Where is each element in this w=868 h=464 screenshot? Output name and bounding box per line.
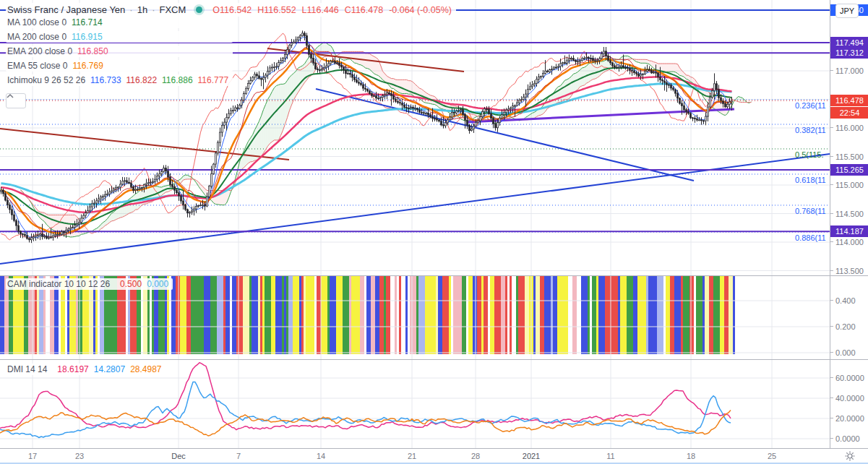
indicator-value: 14.2807 [94, 364, 125, 374]
legend-collapse-button[interactable] [6, 93, 26, 108]
indicator-label: EMA 200 close 0 [7, 46, 72, 56]
price-axis-label: 115.000 [830, 181, 868, 189]
indicator-label: Ichimoku 9 26 52 26 [7, 75, 85, 85]
indicator-value: 116.850 [77, 46, 108, 56]
dmi-label: DMI 14 14 [7, 364, 47, 374]
indicator-value: 116.733 [90, 75, 121, 85]
title-separator: · [129, 4, 132, 15]
time-axis-label: 14 [317, 452, 325, 460]
symbol-title-row[interactable]: Swiss Franc / Japanese Yen · 1h · FXCM O… [6, 3, 456, 17]
time-axis-label: 7 [236, 452, 241, 460]
price-axis[interactable]: 117.000116.000115.500115.000114.500114.0… [830, 0, 868, 448]
symbol-title: Swiss Franc / Japanese Yen [7, 4, 125, 15]
indicator-label: MA 200 close 0 [7, 32, 66, 42]
time-axis[interactable]: 1723Dec71421282021111825 [0, 448, 868, 464]
chevron-up-icon [7, 94, 14, 98]
time-axis-label: 23 [75, 452, 84, 460]
ohlc-part: H116.552 [257, 5, 296, 15]
exchange-label: FXCM [159, 4, 186, 15]
indicator-legend-rows: MA 100 close 0116.714MA 200 close 0116.9… [6, 17, 233, 89]
dmi-axis-label: 0.0000 [830, 434, 868, 443]
time-axis-label: 17 [28, 452, 37, 460]
dmi-axis-label: 40.0000 [830, 394, 868, 403]
legend-row-ma200[interactable]: MA 200 close 0116.915 [6, 31, 233, 43]
legend-row-ema55[interactable]: EMA 55 close 0116.769 [6, 60, 233, 72]
price-axis-label: 114.500 [830, 210, 868, 218]
price-badge: 116.478 [830, 95, 868, 106]
indicator-value: 116.822 [126, 75, 158, 85]
bar-countdown-badge: 22:54 [830, 107, 868, 119]
interval-label[interactable]: 1h [137, 4, 147, 15]
time-axis-label: Dec [171, 452, 186, 460]
price-axis-label: 114.000 [830, 238, 868, 246]
indicator-value: 28.4987 [130, 364, 161, 374]
price-badge: 115.265 [830, 164, 868, 176]
dmi-legend: DMI 14 14 18.619714.280728.4987 [6, 364, 166, 378]
indicator-value: 116.714 [72, 17, 103, 27]
ohlc-part: L116.446 [302, 5, 339, 15]
price-badge: 114.187 [830, 225, 868, 237]
cam-axis-label: 0.400 [830, 296, 868, 305]
cam-axis-label: 0.200 [830, 322, 868, 331]
cam-values: 0.5000.000 [115, 279, 168, 289]
cam-legend: CAM indicator 10 10 12 26 0.5000.000 [6, 278, 173, 293]
indicator-value: 116.886 [162, 75, 193, 85]
dmi-values: 18.619714.280728.4987 [52, 364, 161, 374]
pane-separator[interactable] [0, 359, 868, 360]
price-axis-label: 117.000 [830, 66, 868, 75]
price-axis-label: 116.000 [830, 124, 868, 132]
indicator-value: 116.915 [72, 32, 103, 42]
indicator-label: MA 100 close 0 [7, 17, 66, 27]
time-axis-label: 28 [471, 452, 480, 460]
trading-chart-window: Swiss Franc / Japanese Yen · 1h · FXCM O… [0, 0, 868, 464]
time-axis-label: 21 [408, 452, 416, 460]
fib-level-label: 0.236(11 [795, 101, 826, 110]
main-legend: Swiss Franc / Japanese Yen · 1h · FXCM O… [6, 3, 456, 89]
time-axis-label: 25 [768, 452, 776, 460]
price-axis-label: 113.500 [830, 267, 868, 275]
indicator-value: 116.777 [198, 75, 229, 85]
price-axis-label: 115.500 [830, 152, 868, 161]
pane-separator[interactable] [0, 275, 868, 276]
time-axis-label: 11 [606, 452, 614, 460]
indicator-value: 0.000 [147, 279, 168, 289]
cam-axis-label: 0.000 [830, 348, 868, 357]
title-separator: · [152, 4, 155, 15]
market-status-icon[interactable] [196, 7, 202, 13]
fib-level-label: 0.768(11 [795, 207, 826, 215]
legend-row-dmi[interactable]: DMI 14 14 18.619714.280728.4987 [6, 364, 166, 375]
time-axis-label: 18 [687, 452, 695, 460]
fib-level-label: 0.382(11 [795, 126, 826, 134]
ohlc-part: C116.478 [345, 5, 383, 15]
time-axis-label: 2021 [523, 452, 540, 460]
legend-row-cam[interactable]: CAM indicator 10 10 12 26 0.5000.000 [6, 278, 173, 290]
indicator-value: 0.500 [120, 279, 142, 289]
legend-row-ma100[interactable]: MA 100 close 0116.714 [6, 17, 233, 28]
fib-level-label: 0.618(11 [795, 176, 826, 184]
cam-label: CAM indicator 10 10 12 26 [7, 279, 110, 289]
legend-row-ema200[interactable]: EMA 200 close 0116.850 [6, 46, 233, 57]
currency-unit-button[interactable]: JPY [835, 4, 859, 18]
legend-row-ichimoku[interactable]: Ichimoku 9 26 52 26116.733116.822116.886… [6, 74, 233, 86]
indicator-value: 116.769 [72, 61, 103, 71]
ohlc-values: O116.542H116.552L116.446C116.478-0.064 (… [212, 5, 452, 15]
fib-level-label: 0.5(115. [795, 150, 824, 159]
fib-level-label: 0.886(11 [795, 233, 826, 242]
indicator-label: EMA 55 close 0 [7, 61, 67, 71]
dmi-axis-label: 20.0000 [830, 414, 868, 423]
ohlc-part: -0.064 (-0.05%) [389, 5, 452, 15]
dmi-axis-label: 60.0000 [830, 374, 868, 382]
settings-gear-icon[interactable] [844, 450, 856, 462]
ohlc-part: O116.542 [212, 5, 252, 15]
price-badge: 117.312 [830, 47, 868, 59]
indicator-value: 18.6197 [57, 364, 88, 374]
